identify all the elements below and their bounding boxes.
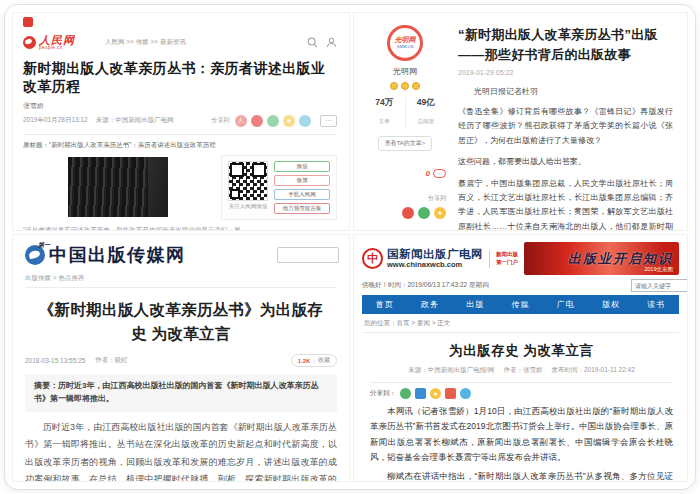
publish-time: 发布时间：2019-01-11 22:42	[551, 366, 634, 375]
banner-text: 出版业开启知识	[568, 250, 673, 268]
wechat-button[interactable]: 微信	[274, 161, 330, 172]
breadcrumb[interactable]: 人民网 >> 传媒 >> 最新资讯	[105, 38, 186, 47]
site-tagline: 新闻出版 第一门户	[496, 251, 518, 265]
banner-subtext: · 2019北京图	[641, 266, 673, 273]
guangming-logo[interactable]: 光明网 GMW.CN	[387, 25, 423, 61]
qzone-icon[interactable]: ★	[434, 207, 446, 219]
account-name: 光明网	[393, 66, 417, 77]
site-name: 中国出版传媒网	[49, 243, 186, 267]
more-comment-icon[interactable]: ···	[320, 115, 337, 127]
nav-item-home[interactable]: 首页	[376, 299, 394, 310]
article-meta-row: 2018-03-15 13:55:25 作者：晓虹 1.2K | 收藏	[25, 354, 337, 367]
screenshot-collage: 人民网 people.cn 人民网 >> 传媒 >> 最新资讯 新时期出版人改革…	[4, 4, 696, 490]
article-author: 作者：张雪娇	[503, 366, 542, 375]
article-abstract: 摘要：历时近3年，由江西高校出版社出版的国内首套《新时期出版人改革亲历丛书》第一…	[25, 374, 337, 412]
book-set-photo	[68, 157, 168, 217]
qzone-icon[interactable]: ★	[283, 115, 295, 127]
qr-code	[228, 161, 268, 201]
article-paragraph: 《鲁迅全集》修订背后有哪些故事？《雷锋日记》再版发行经历了哪些波折？熊召政获得了…	[458, 105, 673, 148]
wechat-icon[interactable]	[400, 388, 411, 399]
image-caption: “该丛书通过真实记述改革历史，聚焦改革开放40年来出版业的风云变幻，展	[23, 226, 337, 232]
article-paragraph: 聂震宁，中国出版集团原总裁，人民文学出版社原社长；周百义，长江文艺出版社原社长，…	[458, 177, 673, 231]
qzone-icon[interactable]: ★	[430, 388, 441, 399]
search-icon[interactable]	[307, 37, 318, 48]
medal-icon	[390, 82, 398, 90]
qq-icon[interactable]	[415, 388, 426, 399]
view-articles-button[interactable]: 查看TA的文章>	[378, 136, 433, 151]
likes-count: 1.2K	[298, 358, 311, 364]
weibo-icon[interactable]	[251, 115, 263, 127]
leader-board-button[interactable]: 地方领导留言板	[274, 203, 330, 214]
source-label[interactable]: 来源：中国新闻出版广电网	[96, 116, 174, 125]
article-title: “新时期出版人改革亲历丛书”出版——那些好书背后的出版故事	[458, 25, 673, 64]
articles-count: 74万	[364, 97, 405, 108]
reads-label: 总阅读	[418, 118, 435, 124]
people-weibo-icon[interactable]: 人	[235, 115, 247, 127]
article-paragraph: 这些问题，都需要出版人给出答案。	[458, 155, 673, 169]
nav-item-publishing[interactable]: 出版	[466, 299, 484, 310]
china-publishing-media-logo[interactable]: 第一 中国出版传媒网	[25, 243, 186, 267]
peoples-daily-logo-icon	[23, 36, 36, 49]
greeting-text: 傍晚好！时间：2019/06/13 17:43:22 星期四	[362, 281, 488, 290]
main-nav: 首页 政务 出版 传媒 广电 版权 读书	[362, 295, 679, 314]
share-label: 分享到	[428, 194, 446, 203]
reads-count: 49亿	[406, 97, 447, 108]
banner-ad[interactable]: 出版业开启知识 · 2019北京图	[524, 242, 679, 275]
wechat-icon[interactable]	[418, 207, 430, 219]
search-input[interactable]	[277, 247, 339, 263]
breadcrumb[interactable]: 出版传媒 > 热点推荐	[25, 274, 337, 283]
divider	[23, 134, 337, 135]
divider	[370, 382, 673, 383]
article-image-area	[23, 155, 213, 219]
article-title: 《新时期出版人改革亲历丛书》为出版存史 为改革立言	[31, 298, 331, 346]
chinaxwcb-logo-icon: 中	[362, 248, 383, 269]
guangming-page: 光明网 GMW.CN 光明网 74万 文章 49亿 总阅读 查看TA的文章>	[353, 12, 688, 231]
peoples-daily-header: 人民网 people.cn 人民网 >> 传媒 >> 最新资讯	[23, 35, 337, 51]
share-bar: 分享到: 人 ★ ···	[211, 115, 337, 127]
comment-icon[interactable]: ···	[433, 169, 446, 178]
weibo-icon[interactable]	[445, 388, 456, 399]
reporter-byline: 光明日报记者杜羽	[458, 86, 673, 97]
site-name: 国新闻出版广电网	[387, 248, 483, 261]
guangming-author-sidebar: 光明网 GMW.CN 光明网 74万 文章 49亿 总阅读 查看TA的文章>	[364, 25, 446, 222]
article-title: 新时期出版人改革亲历丛书：亲历者讲述出版业改革历程	[23, 60, 337, 96]
peoples-daily-page: 人民网 people.cn 人民网 >> 传媒 >> 最新资讯 新时期出版人改革…	[12, 12, 350, 231]
account-stats: 74万 文章 49亿 总阅读	[364, 97, 446, 129]
weibo-icon[interactable]	[402, 207, 414, 219]
share-label: 分享到：	[370, 389, 396, 398]
chinaxwcb-logo[interactable]: 中 国新闻出版广电网 www.chinaxwcb.com	[362, 248, 483, 270]
china-publishing-media-logo-icon: 第一	[25, 245, 45, 265]
nav-item-reading[interactable]: 读书	[647, 299, 665, 310]
publish-date: 2019-01-29 05:22	[458, 69, 673, 76]
publish-date: 2018-03-15 13:55:25	[25, 357, 85, 364]
divider	[489, 250, 490, 268]
medal-icon	[412, 82, 420, 90]
peoples-daily-logo[interactable]: 人民网 people.cn	[23, 35, 75, 51]
pill-separator: |	[313, 358, 315, 364]
user-icon[interactable]	[326, 37, 337, 48]
favorite-label: 收藏	[318, 356, 330, 365]
mobile-site-button[interactable]: 手机人民网	[274, 189, 330, 200]
article-author: 作者：晓虹	[95, 356, 128, 365]
breadcrumb[interactable]: 您的位置：首页 > 要闻 > 正文	[364, 319, 679, 333]
article-author[interactable]: 张雪娇	[23, 101, 337, 111]
nav-item-broadcast[interactable]: 广电	[557, 299, 575, 310]
nav-item-gov[interactable]: 政务	[421, 299, 439, 310]
red-app-icon	[23, 17, 33, 27]
wechat-icon[interactable]	[267, 115, 279, 127]
china-publishing-media-page: 第一 中国出版传媒网 出版传媒 > 热点推荐 《新时期出版人改革亲历丛书》为出版…	[12, 234, 350, 482]
weibo-button[interactable]: 微博	[274, 175, 330, 186]
article-title: 为出版存史 为改革立言	[370, 342, 673, 360]
likes-favorite-pill[interactable]: 1.2K | 收藏	[291, 354, 337, 367]
articles-label: 文章	[379, 118, 390, 124]
nav-item-media[interactable]: 传媒	[511, 299, 529, 310]
site-header: 第一 中国出版传媒网	[25, 243, 337, 267]
nav-item-copyright[interactable]: 版权	[602, 299, 620, 310]
search-input[interactable]	[631, 279, 688, 292]
logo-subtext: GMW.CN	[397, 45, 414, 49]
tencent-qq-icon[interactable]	[460, 388, 471, 399]
original-title: 原标题：“新时期出版人改革亲历丛书”：亲历者讲述出版业改革历程	[23, 141, 337, 150]
tieba-icon[interactable]	[299, 115, 311, 127]
medal-icon	[401, 82, 409, 90]
article-meta-row: 来源：中国新闻出版广电报/网 作者：张雪娇 发布时间：2019-01-11 22…	[370, 366, 673, 375]
